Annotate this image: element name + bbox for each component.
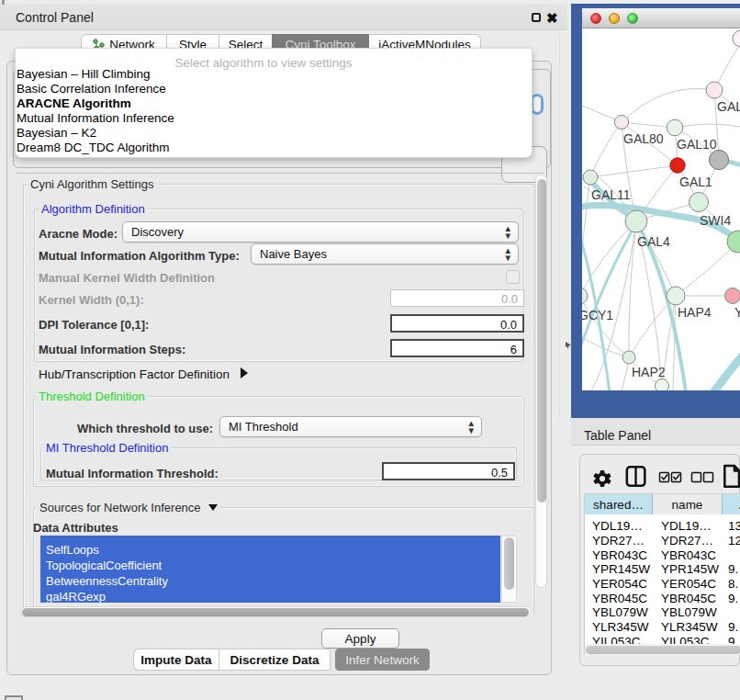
svg-text:GAL11: GAL11 <box>591 187 631 202</box>
svg-text:GCY1: GCY1 <box>582 308 613 322</box>
svg-text:SWI4: SWI4 <box>700 213 731 228</box>
svg-text:GAL10: GAL10 <box>677 137 717 152</box>
svg-text:GAL80: GAL80 <box>623 131 664 146</box>
svg-text:HAP2: HAP2 <box>632 365 666 379</box>
svg-text:GAL: GAL <box>717 99 740 114</box>
svg-text:GAL4: GAL4 <box>637 234 670 249</box>
svg-text:GAL1: GAL1 <box>679 175 712 189</box>
svg-text:HAP4: HAP4 <box>678 305 712 320</box>
svg-text:Y: Y <box>734 305 740 320</box>
